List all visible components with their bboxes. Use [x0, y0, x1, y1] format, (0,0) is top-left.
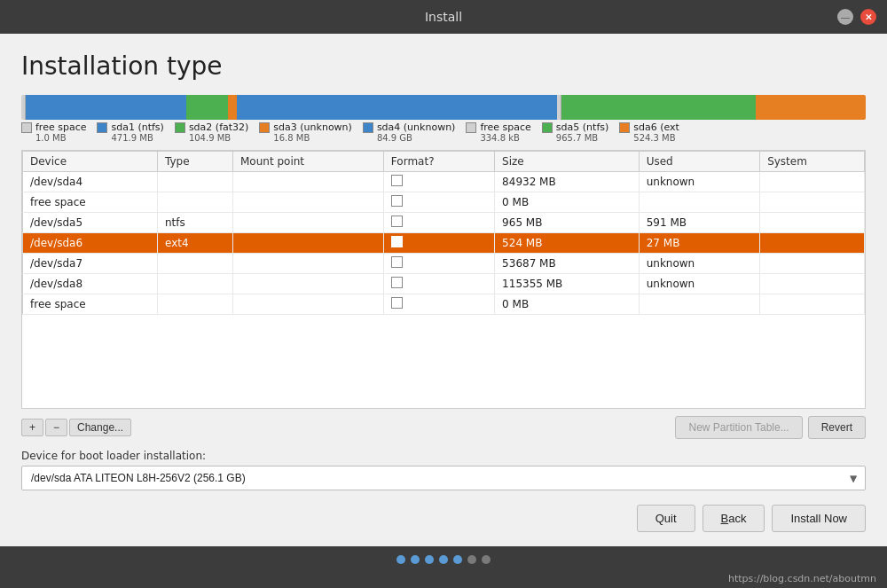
col-mount: Mount point [233, 152, 384, 172]
label-size-1: 471.9 MB [111, 133, 153, 143]
col-system: System [760, 152, 865, 172]
bootloader-select-wrapper: /dev/sda ATA LITEON L8H-256V2 (256.1 GB)… [21, 466, 866, 490]
bootloader-section: Device for boot loader installation: /de… [21, 450, 866, 490]
progress-dot-6 [482, 555, 491, 564]
label-color-6 [542, 122, 553, 133]
partition-label-1: sda1 (ntfs) 471.9 MB [97, 122, 163, 143]
label-name-6: sda5 (ntfs) [556, 122, 608, 133]
col-used: Used [639, 152, 759, 172]
label-color-4 [363, 122, 373, 133]
format-checkbox[interactable] [391, 175, 403, 186]
label-name-0: free space [35, 122, 86, 133]
partition-seg-2 [186, 95, 229, 120]
partition-table: Device Type Mount point Format? Size Use… [22, 151, 865, 315]
col-type: Type [158, 152, 233, 172]
change-partition-button[interactable]: Change... [69, 419, 131, 436]
format-checkbox[interactable] [391, 216, 403, 227]
progress-dot-5 [467, 555, 476, 564]
partition-seg-4 [237, 95, 558, 120]
remove-partition-button[interactable]: − [45, 419, 67, 436]
partition-label-2: sda2 (fat32) 104.9 MB [175, 122, 248, 143]
install-now-button[interactable]: Install Now [772, 505, 866, 532]
format-checkbox[interactable] [391, 236, 403, 247]
back-button[interactable]: Back [703, 505, 765, 532]
table-row[interactable]: free space0 MB [23, 192, 865, 213]
label-name-2: sda2 (fat32) [189, 122, 248, 133]
partition-seg-1 [26, 95, 186, 120]
bottom-buttons: Quit Back Install Now [21, 505, 866, 532]
partition-seg-3 [228, 95, 237, 120]
label-name-5: free space [480, 122, 530, 133]
table-row[interactable]: /dev/sda6ext4524 MB27 MB [23, 233, 865, 254]
revert-button[interactable]: Revert [808, 416, 866, 439]
format-checkbox[interactable] [391, 256, 403, 268]
bootloader-select[interactable]: /dev/sda ATA LITEON L8H-256V2 (256.1 GB) [21, 466, 866, 490]
col-size: Size [495, 152, 640, 172]
title-bar: Install — ✕ [0, 0, 887, 34]
footer-url: https://blog.csdn.net/aboutmn [728, 573, 876, 584]
col-format: Format? [383, 152, 494, 172]
progress-dot-4 [453, 555, 462, 564]
label-size-2: 104.9 MB [189, 133, 231, 143]
partition-table-wrapper: Device Type Mount point Format? Size Use… [21, 150, 866, 409]
new-partition-table-button[interactable]: New Partition Table... [675, 416, 802, 439]
label-name-1: sda1 (ntfs) [111, 122, 163, 133]
format-checkbox[interactable] [391, 195, 403, 207]
label-color-0 [21, 122, 32, 133]
partition-labels: free space 1.0 MB sda1 (ntfs) 471.9 MB s… [21, 122, 866, 143]
progress-dot-1 [411, 555, 420, 564]
label-size-3: 16.8 MB [273, 133, 310, 143]
progress-dots [0, 546, 887, 569]
table-row[interactable]: /dev/sda753687 MBunknown [23, 254, 865, 274]
format-checkbox[interactable] [391, 297, 403, 309]
close-button[interactable]: ✕ [860, 9, 876, 25]
label-name-3: sda3 (unknown) [273, 122, 352, 133]
back-underline: B [721, 512, 729, 525]
partition-label-7: sda6 (ext 524.3 MB [619, 122, 679, 143]
table-row[interactable]: /dev/sda5ntfs965 MB591 MB [23, 213, 865, 233]
progress-dot-0 [396, 555, 405, 564]
label-size-0: 1.0 MB [35, 133, 67, 143]
label-color-7 [619, 122, 630, 133]
partition-seg-6 [561, 95, 756, 120]
toolbar-right: New Partition Table... Revert [675, 416, 866, 439]
label-size-4: 84.9 GB [377, 133, 412, 143]
partition-label-5: free space 334.8 kB [466, 122, 530, 143]
minimize-button[interactable]: — [837, 9, 853, 25]
partition-label-3: sda3 (unknown) 16.8 MB [259, 122, 352, 143]
add-partition-button[interactable]: + [21, 419, 43, 436]
label-size-6: 965.7 MB [556, 133, 598, 143]
label-color-3 [259, 122, 270, 133]
main-window: Install — ✕ Installation type free space [0, 0, 887, 588]
bootloader-label: Device for boot loader installation: [21, 450, 866, 462]
label-size-5: 334.8 kB [480, 133, 519, 143]
format-checkbox[interactable] [391, 277, 403, 288]
label-color-5 [466, 122, 476, 133]
partition-seg-7 [756, 95, 866, 120]
label-name-7: sda6 (ext [633, 122, 679, 133]
page-title: Installation type [21, 51, 866, 81]
table-row[interactable]: /dev/sda8115355 MBunknown [23, 274, 865, 294]
progress-dot-2 [425, 555, 434, 564]
partition-bar [21, 95, 866, 120]
label-name-4: sda4 (unknown) [377, 122, 456, 133]
partition-label-4: sda4 (unknown) 84.9 GB [363, 122, 456, 143]
partition-toolbar: + − Change... New Partition Table... Rev… [21, 416, 866, 439]
window-controls: — ✕ [837, 9, 876, 25]
progress-dot-3 [439, 555, 448, 564]
quit-button[interactable]: Quit [637, 505, 695, 532]
label-size-7: 524.3 MB [633, 133, 675, 143]
partition-label-0: free space 1.0 MB [21, 122, 86, 143]
footer-bar: https://blog.csdn.net/aboutmn [0, 569, 887, 588]
label-color-2 [175, 122, 185, 133]
window-title: Install [425, 10, 462, 24]
table-row[interactable]: /dev/sda484932 MBunknown [23, 172, 865, 192]
partition-label-6: sda5 (ntfs) 965.7 MB [542, 122, 608, 143]
table-header-row: Device Type Mount point Format? Size Use… [23, 152, 865, 172]
col-device: Device [23, 152, 158, 172]
content-area: Installation type free space 1.0 MB [0, 34, 887, 546]
label-color-1 [97, 122, 107, 133]
table-row[interactable]: free space0 MB [23, 294, 865, 315]
